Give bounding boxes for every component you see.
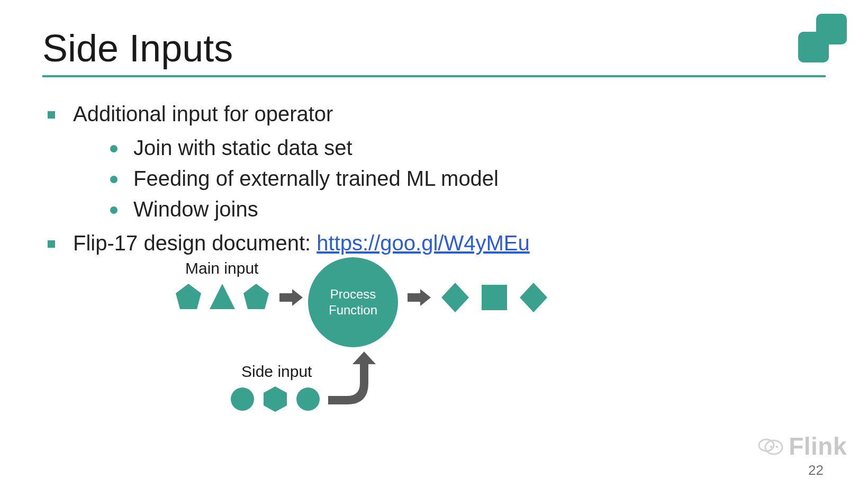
svg-point-8 (296, 387, 320, 411)
svg-point-6 (231, 387, 254, 411)
slide-title: Side Inputs (42, 26, 826, 70)
watermark: Flink (756, 432, 847, 461)
svg-rect-4 (482, 285, 507, 310)
title-underline (42, 75, 826, 77)
side-input-shapes (230, 385, 321, 413)
process-function-node: Process Function (308, 257, 398, 347)
sub-bullet-2: Feeding of externally trained ML model (110, 163, 826, 194)
sub-bullet-3: Window joins (110, 194, 826, 224)
watermark-text: Flink (789, 432, 847, 461)
svg-marker-5 (520, 283, 547, 312)
svg-point-11 (770, 446, 772, 448)
main-input-shapes (175, 282, 270, 313)
page-number: 22 (808, 462, 824, 479)
bullet-item-1-text: Additional input for operator (73, 102, 333, 125)
arrow-main-to-process-icon (278, 288, 304, 307)
side-input-label: Side input (241, 363, 312, 381)
main-input-label: Main input (185, 259, 258, 277)
corner-logo (789, 14, 847, 67)
slide: Side Inputs Additional input for operato… (0, 0, 868, 487)
svg-point-12 (776, 446, 778, 448)
bullet-item-1: Additional input for operator Join with … (48, 98, 826, 224)
output-shapes (440, 282, 551, 313)
svg-marker-1 (210, 284, 235, 309)
arrow-process-to-output-icon (406, 288, 432, 307)
bullet-sublist: Join with static data set Feeding of ext… (110, 132, 826, 224)
sub-bullet-1: Join with static data set (110, 132, 826, 163)
svg-marker-2 (243, 284, 269, 309)
logo-square-front (798, 32, 829, 62)
process-node-line2: Function (329, 303, 377, 317)
bullet-item-2-prefix: Flip-17 design document: (73, 231, 317, 255)
svg-marker-3 (441, 283, 469, 312)
bullet-item-2: Flip-17 design document: https://goo.gl/… (48, 228, 826, 258)
design-doc-link[interactable]: https://goo.gl/W4yMEu (317, 231, 529, 255)
svg-marker-7 (264, 386, 287, 412)
svg-marker-0 (176, 284, 201, 309)
bullet-list: Additional input for operator Join with … (48, 98, 826, 258)
diagram: Main input Process Function (175, 259, 609, 434)
process-node-line1: Process (330, 287, 376, 301)
chat-bubble-icon (756, 435, 783, 458)
arrow-side-to-process-icon (325, 350, 378, 409)
